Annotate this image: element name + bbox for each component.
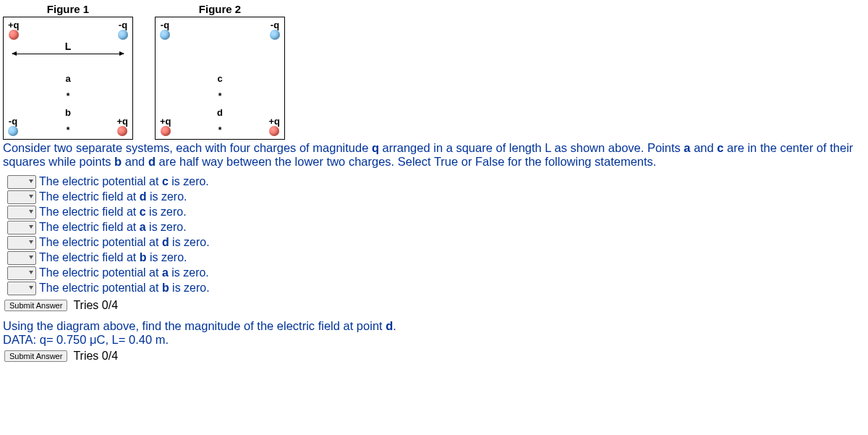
statement-row: The electric field at d is zero. xyxy=(7,190,865,205)
true-false-select[interactable] xyxy=(7,251,36,265)
true-false-select[interactable] xyxy=(7,175,36,189)
figures-row: Figure 1 +q -q -q +q L a* xyxy=(3,3,865,140)
point-c: c* xyxy=(156,74,284,101)
blue-dot-icon xyxy=(118,30,128,40)
statement-row: The electric potential at a is zero. xyxy=(7,266,865,281)
figure-2-title: Figure 2 xyxy=(199,3,241,15)
tries-text: Tries 0/4 xyxy=(73,299,118,312)
statement-text: The electric field at b is zero. xyxy=(39,251,187,264)
length-label: L xyxy=(4,41,132,52)
statement-text: The electric field at a is zero. xyxy=(39,221,187,234)
statement-text: The electric potential at d is zero. xyxy=(39,236,210,249)
point-d: d* xyxy=(156,108,284,135)
statement-list: The electric potential at c is zero.The … xyxy=(7,174,865,296)
point-b: b* xyxy=(4,108,132,135)
blue-dot-icon xyxy=(160,30,170,40)
true-false-select[interactable] xyxy=(7,206,36,219)
true-false-select[interactable] xyxy=(7,236,36,250)
statement-row: The electric field at c is zero. xyxy=(7,205,865,220)
fig1-charge-tr: -q xyxy=(118,20,128,40)
statement-text: The electric potential at b is zero. xyxy=(39,282,210,295)
statement-text: The electric potential at a is zero. xyxy=(39,266,209,279)
true-false-select[interactable] xyxy=(7,282,36,295)
figure-1: Figure 1 +q -q -q +q L a* xyxy=(3,3,133,140)
submit-button[interactable]: Submit Answer xyxy=(4,350,67,362)
submit-button[interactable]: Submit Answer xyxy=(4,300,67,311)
true-false-select[interactable] xyxy=(7,266,36,280)
statement-row: The electric field at b is zero. xyxy=(7,250,865,266)
statement-text: The electric field at c is zero. xyxy=(39,206,187,219)
statement-row: The electric potential at b is zero. xyxy=(7,281,865,296)
true-false-select[interactable] xyxy=(7,221,36,235)
blue-dot-icon xyxy=(270,30,280,40)
fig2-charge-tr: -q xyxy=(270,20,280,40)
submit-row-1: Submit Answer Tries 0/4 xyxy=(4,299,865,312)
intro-paragraph: Consider two separate systems, each with… xyxy=(3,141,865,169)
statement-row: The electric potential at c is zero. xyxy=(7,174,865,190)
tries-text: Tries 0/4 xyxy=(73,350,118,363)
statement-text: The electric field at d is zero. xyxy=(39,190,187,203)
statement-row: The electric field at a is zero. xyxy=(7,220,865,235)
part2-paragraph: Using the diagram above, find the magnit… xyxy=(3,319,865,347)
submit-row-2: Submit Answer Tries 0/4 xyxy=(4,350,865,363)
true-false-select[interactable] xyxy=(7,190,36,204)
length-arrow-icon xyxy=(12,54,124,54)
fig1-charge-tl: +q xyxy=(8,20,20,40)
fig2-charge-tl: -q xyxy=(160,20,170,40)
figure-2-box: -q -q +q +q c* d* xyxy=(155,17,285,140)
statement-text: The electric potential at c is zero. xyxy=(39,175,209,188)
figure-1-box: +q -q -q +q L a* b* xyxy=(3,17,133,140)
figure-1-title: Figure 1 xyxy=(47,3,89,15)
statement-row: The electric potential at d is zero. xyxy=(7,235,865,250)
point-a: a* xyxy=(4,74,132,101)
figure-2: Figure 2 -q -q +q +q c* d* xyxy=(155,3,285,140)
red-dot-icon xyxy=(9,30,19,40)
